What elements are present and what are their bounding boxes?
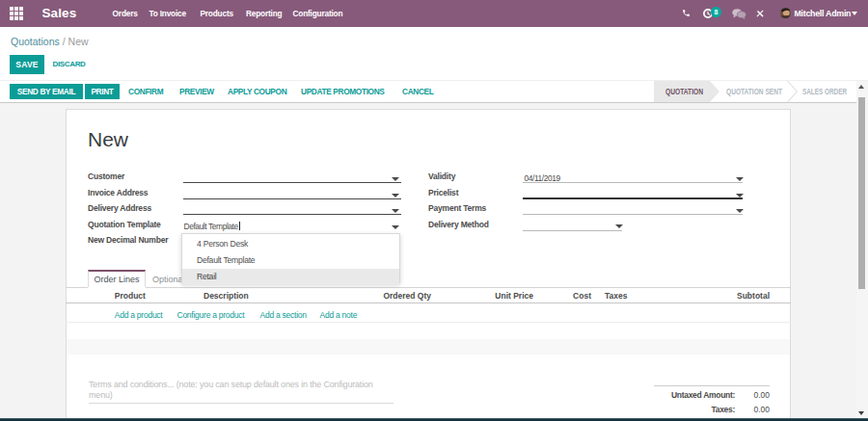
svg-text:SALES ORDER: SALES ORDER xyxy=(802,87,847,96)
svg-text:QUOTATION SENT: QUOTATION SENT xyxy=(726,87,782,96)
svg-text:QUOTATION: QUOTATION xyxy=(665,87,703,96)
